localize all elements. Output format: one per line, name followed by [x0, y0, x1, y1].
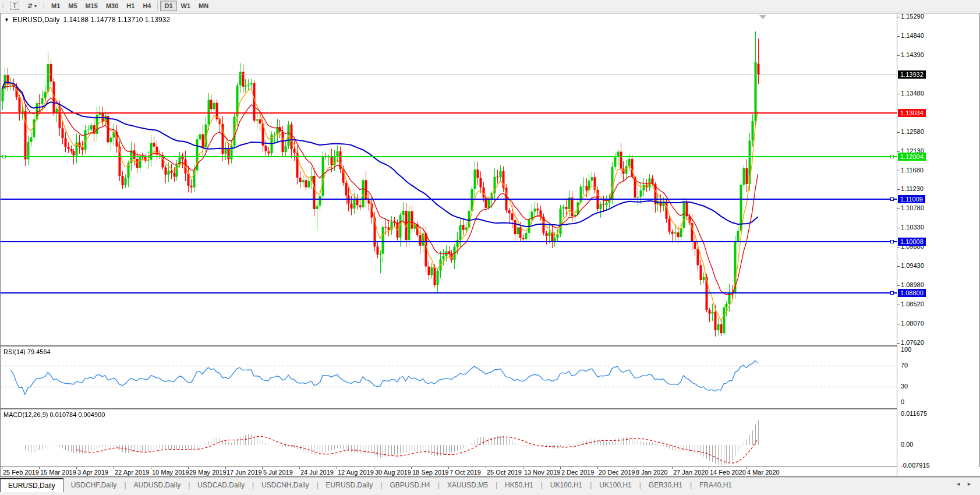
- chart-tab-hk50-h1[interactable]: HK50,H1: [497, 478, 541, 492]
- date-tick-label: 13 Nov 2019: [524, 469, 560, 476]
- text-tool-icon: T: [10, 2, 19, 10]
- date-tick: [411, 467, 412, 469]
- timeframe-button-w1[interactable]: W1: [177, 1, 195, 11]
- date-tick: [188, 467, 189, 469]
- date-tick: [560, 467, 561, 469]
- toolbar-separator: [157, 1, 158, 10]
- date-tick: [2, 467, 2, 469]
- price-tick-label: 1.08520: [901, 300, 924, 307]
- price-badge: 1.08800: [898, 289, 926, 297]
- chart-tab-gbpusd-h4[interactable]: GBPUSD,H4: [382, 478, 437, 492]
- axis-tick: [897, 132, 900, 133]
- rsi-tick-label: 70: [901, 362, 908, 369]
- macd-tick-label: -0.007915: [901, 462, 930, 469]
- axis-tick: [897, 208, 900, 209]
- arrange-icon: ⇵: [27, 2, 33, 10]
- toolbar-gripper[interactable]: [43, 2, 45, 10]
- date-tick: [635, 467, 635, 469]
- tab-nav: ◄ ►: [956, 478, 980, 487]
- price-axis[interactable]: 1.152901.148401.143901.134801.125801.121…: [897, 13, 979, 476]
- rsi-tick-label: 0: [901, 398, 904, 405]
- price-tick-label: 1.12580: [901, 128, 924, 135]
- date-tick: [151, 467, 151, 469]
- chart-tab-audusd-daily[interactable]: AUDUSD,Daily: [126, 478, 189, 492]
- date-tick: [39, 467, 40, 469]
- chart-symbol-label: EURUSD,Daily: [13, 16, 60, 24]
- chart-ohlc-values: 1.14188 1.14778 1.13710 1.13932: [63, 16, 171, 24]
- axis-tick: [897, 151, 900, 152]
- date-tick: [746, 467, 747, 469]
- timeframe-button-m30[interactable]: M30: [102, 1, 122, 11]
- axis-tick: [897, 285, 900, 286]
- axis-tick: [897, 36, 900, 37]
- toolbar-gripper[interactable]: [2, 2, 5, 10]
- chart-tab-eurusd-daily[interactable]: EURUSD,Daily: [0, 478, 63, 492]
- macd-panel: MACD(12,26,9) 0.010784 0.004900: [1, 408, 897, 466]
- date-tick-label: 29 May 2019: [189, 469, 227, 476]
- date-axis[interactable]: 25 Feb 201915 Mar 20193 Apr 201922 Apr 2…: [1, 466, 980, 476]
- price-panel: [1, 13, 897, 345]
- chart-tab-uk100-h1[interactable]: UK100,H1: [543, 478, 590, 492]
- tab-scroll-right-icon[interactable]: ►: [967, 481, 972, 487]
- date-tick-label: 14 Feb 2020: [710, 469, 746, 476]
- date-tick: [523, 467, 523, 469]
- arrange-windows-button[interactable]: ⇵ ▾: [23, 1, 41, 11]
- axis-tick: [897, 55, 900, 56]
- timeframe-button-m1[interactable]: M1: [47, 1, 64, 11]
- date-tick-label: 20 Dec 2019: [599, 469, 635, 476]
- price-tick-label: 1.14390: [901, 51, 924, 58]
- date-tick: [597, 467, 598, 469]
- macd-label: MACD(12,26,9) 0.010784 0.004900: [3, 411, 105, 418]
- timeframe-button-m15[interactable]: M15: [82, 1, 102, 11]
- chart-tab-xauusd-m5[interactable]: XAUUSD,M5: [440, 478, 496, 492]
- date-tick-label: 17 Jun 2019: [227, 469, 262, 476]
- collapse-icon[interactable]: ▼: [4, 17, 9, 23]
- date-tick-label: 15 Mar 2019: [40, 469, 76, 476]
- date-tick-label: 22 Apr 2019: [115, 469, 149, 476]
- main-chart-canvas[interactable]: [1, 13, 897, 345]
- rsi-tick-label: 100: [901, 346, 911, 353]
- timeframe-button-m5[interactable]: M5: [64, 1, 81, 11]
- date-tick: [76, 467, 77, 469]
- chart-tab-usdchf-daily[interactable]: USDCHF,Daily: [63, 478, 125, 492]
- date-tick-label: 12 Aug 2019: [338, 469, 374, 476]
- price-tick-label: 1.11230: [901, 185, 924, 192]
- tab-scroll-left-icon[interactable]: ◄: [956, 481, 961, 487]
- axis-tick: [897, 171, 900, 171]
- price-tick-label: 1.09430: [901, 262, 924, 269]
- date-tick-label: 25 Feb 2019: [3, 469, 39, 476]
- chart-shift-marker[interactable]: [759, 15, 766, 19]
- date-tick: [299, 467, 300, 469]
- axis-tick: [897, 343, 900, 344]
- price-badge: 1.13932: [898, 70, 926, 79]
- macd-tick-label: 0.011675: [901, 410, 927, 417]
- rsi-canvas[interactable]: [1, 346, 897, 408]
- axis-tick: [897, 94, 900, 94]
- timeframe-button-h1[interactable]: H1: [122, 1, 139, 11]
- text-tool-button[interactable]: T: [6, 1, 23, 11]
- timeframe-button-h4[interactable]: H4: [139, 1, 155, 11]
- date-tick: [672, 467, 673, 469]
- date-tick: [114, 467, 114, 469]
- chart-title: ▼ EURUSD,Daily 1.14188 1.14778 1.13710 1…: [4, 16, 170, 24]
- chart-tab-ger30-h1[interactable]: GER30,H1: [641, 478, 690, 492]
- tabs-container: EURUSD,DailyUSDCHF,Daily|AUDUSD,Daily|US…: [0, 478, 740, 492]
- price-tick-label: 1.07620: [901, 339, 924, 346]
- chart-tab-bar: EURUSD,DailyUSDCHF,Daily|AUDUSD,Daily|US…: [0, 478, 980, 492]
- rsi-label: RSI(14) 79.4564: [3, 348, 51, 355]
- date-tick: [448, 467, 449, 469]
- chevron-down-icon: ▾: [34, 3, 37, 9]
- axis-tick: [897, 17, 900, 17]
- timeframe-button-mn[interactable]: MN: [194, 1, 213, 11]
- chart-tab-usdcad-daily[interactable]: USDCAD,Daily: [190, 478, 252, 492]
- timeframe-button-d1[interactable]: D1: [160, 1, 176, 11]
- axis-tick: [897, 189, 900, 190]
- macd-canvas[interactable]: [1, 409, 897, 466]
- chart-tab-eurusd-daily[interactable]: EURUSD,Daily: [319, 478, 381, 492]
- price-tick-label: 1.08070: [901, 320, 924, 327]
- chart-tab-usdcnh-daily[interactable]: USDCNH,Daily: [254, 478, 316, 492]
- date-tick: [262, 467, 263, 469]
- chart-tab-fra40-h1[interactable]: FRA40,H1: [692, 478, 740, 492]
- price-tick-label: 1.13480: [901, 90, 924, 97]
- chart-tab-uk100-h1[interactable]: UK100,H1: [592, 478, 639, 492]
